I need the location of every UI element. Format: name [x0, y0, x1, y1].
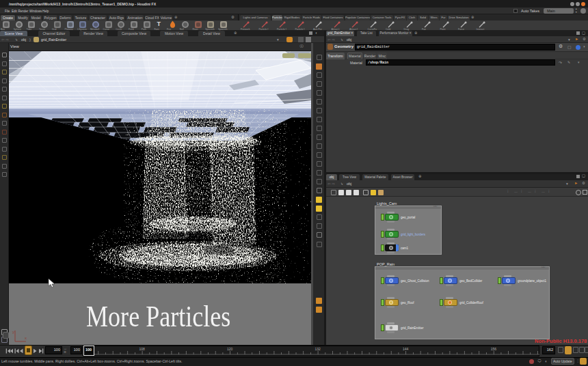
svg-text:144: 144: [403, 347, 409, 351]
svg-text:132: 132: [315, 347, 321, 351]
svg-text:108: 108: [139, 347, 146, 351]
svg-text:120: 120: [227, 347, 233, 351]
svg-text:156: 156: [491, 347, 497, 351]
svg-text:y: y: [12, 330, 14, 334]
svg-text:x: x: [25, 336, 27, 340]
